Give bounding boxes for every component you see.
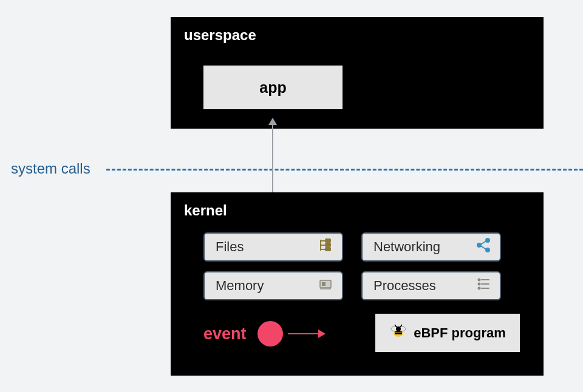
kernel-title: kernel — [171, 192, 544, 229]
userspace-box: userspace app — [171, 17, 544, 129]
subsystem-networking: Networking — [361, 232, 501, 262]
networking-icon — [476, 237, 491, 257]
subsystem-files: Files — [203, 232, 343, 262]
svg-rect-2 — [326, 248, 330, 251]
svg-rect-9 — [322, 282, 326, 286]
svg-point-15 — [479, 288, 480, 289]
event-row: event — [203, 321, 324, 346]
event-dot-icon — [257, 321, 283, 346]
userspace-title: userspace — [171, 17, 544, 53]
app-box: app — [203, 66, 343, 109]
ebpf-program-box: eBPF program — [375, 314, 520, 352]
svg-rect-0 — [326, 239, 330, 242]
ebpf-program-label: eBPF program — [414, 325, 506, 341]
kernel-box: kernel Files Networking — [171, 192, 544, 376]
subsystem-memory: Memory — [203, 271, 343, 300]
bee-icon — [389, 322, 407, 344]
svg-point-13 — [479, 283, 480, 285]
files-icon — [318, 237, 333, 257]
subsystem-processes-label: Processes — [373, 278, 436, 294]
subsystem-memory-label: Memory — [216, 278, 264, 294]
memory-icon — [318, 276, 333, 296]
svg-line-6 — [480, 241, 486, 245]
event-label: event — [203, 325, 247, 343]
svg-rect-1 — [326, 243, 330, 246]
svg-line-7 — [480, 246, 486, 249]
subsystem-networking-label: Networking — [373, 239, 440, 255]
svg-point-20 — [396, 326, 401, 331]
event-arrow-icon — [288, 333, 324, 334]
subsystem-processes: Processes — [361, 271, 501, 300]
system-calls-divider — [106, 169, 583, 171]
subsystem-files-label: Files — [216, 239, 244, 255]
app-label: app — [259, 79, 286, 96]
svg-point-11 — [479, 279, 480, 281]
kernel-subsystems: Files Networking — [203, 232, 507, 310]
processes-icon — [476, 276, 491, 296]
system-calls-label: system calls — [11, 160, 90, 177]
